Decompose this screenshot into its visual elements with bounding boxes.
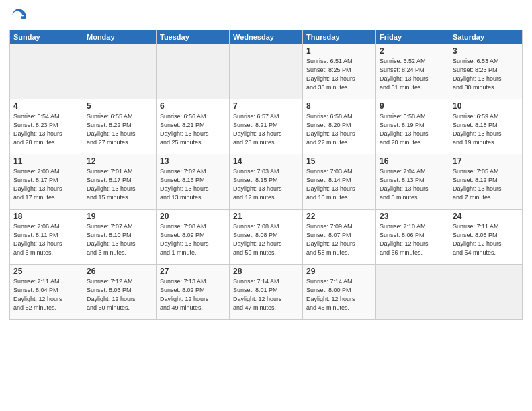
day-info: Sunrise: 7:12 AM Sunset: 8:03 PM Dayligh…	[87, 277, 152, 312]
day-info: Sunrise: 7:03 AM Sunset: 8:15 PM Dayligh…	[233, 167, 299, 202]
day-info: Sunrise: 6:57 AM Sunset: 8:21 PM Dayligh…	[233, 112, 299, 147]
day-number: 29	[306, 267, 372, 276]
col-header-sunday: Sunday	[10, 30, 83, 44]
day-number: 3	[453, 46, 519, 56]
calendar-cell: 27Sunrise: 7:13 AM Sunset: 8:02 PM Dayli…	[157, 265, 230, 320]
day-info: Sunrise: 6:52 AM Sunset: 8:24 PM Dayligh…	[380, 57, 445, 92]
day-number: 8	[306, 101, 372, 111]
calendar-cell: 7Sunrise: 6:57 AM Sunset: 8:21 PM Daylig…	[230, 99, 303, 154]
day-number: 18	[13, 212, 79, 221]
day-info: Sunrise: 6:55 AM Sunset: 8:22 PM Dayligh…	[87, 112, 152, 147]
day-number: 13	[160, 156, 226, 166]
day-number: 22	[306, 212, 372, 221]
day-info: Sunrise: 7:13 AM Sunset: 8:02 PM Dayligh…	[160, 277, 226, 312]
col-header-saturday: Saturday	[449, 30, 523, 44]
day-number: 11	[13, 156, 79, 166]
day-info: Sunrise: 7:00 AM Sunset: 8:17 PM Dayligh…	[13, 167, 79, 202]
calendar-cell: 26Sunrise: 7:12 AM Sunset: 8:03 PM Dayli…	[83, 265, 157, 320]
day-number: 28	[233, 267, 299, 276]
day-info: Sunrise: 6:58 AM Sunset: 8:20 PM Dayligh…	[306, 112, 372, 147]
calendar-cell	[230, 44, 303, 99]
day-number: 16	[380, 156, 445, 166]
day-number: 27	[160, 267, 226, 276]
day-number: 7	[233, 101, 299, 111]
col-header-thursday: Thursday	[303, 30, 376, 44]
calendar-cell: 16Sunrise: 7:04 AM Sunset: 8:13 PM Dayli…	[376, 154, 449, 210]
day-info: Sunrise: 6:59 AM Sunset: 8:18 PM Dayligh…	[453, 112, 519, 147]
day-number: 4	[13, 101, 79, 111]
calendar-cell: 2Sunrise: 6:52 AM Sunset: 8:24 PM Daylig…	[376, 44, 449, 99]
day-number: 9	[380, 101, 445, 111]
day-info: Sunrise: 6:54 AM Sunset: 8:23 PM Dayligh…	[13, 112, 79, 147]
day-info: Sunrise: 7:08 AM Sunset: 8:08 PM Dayligh…	[233, 222, 299, 257]
day-info: Sunrise: 7:01 AM Sunset: 8:17 PM Dayligh…	[87, 167, 152, 202]
day-number: 19	[87, 212, 152, 221]
day-number: 23	[380, 212, 445, 221]
day-info: Sunrise: 6:58 AM Sunset: 8:19 PM Dayligh…	[380, 112, 445, 147]
calendar-cell: 4Sunrise: 6:54 AM Sunset: 8:23 PM Daylig…	[10, 99, 83, 154]
day-info: Sunrise: 7:09 AM Sunset: 8:07 PM Dayligh…	[306, 222, 372, 257]
calendar-cell: 6Sunrise: 6:56 AM Sunset: 8:21 PM Daylig…	[157, 99, 230, 154]
col-header-wednesday: Wednesday	[230, 30, 303, 44]
day-info: Sunrise: 6:56 AM Sunset: 8:21 PM Dayligh…	[160, 112, 226, 147]
day-info: Sunrise: 7:11 AM Sunset: 8:05 PM Dayligh…	[453, 222, 519, 257]
calendar-cell: 1Sunrise: 6:51 AM Sunset: 8:25 PM Daylig…	[303, 44, 376, 99]
day-number: 1	[306, 46, 372, 56]
calendar-cell: 17Sunrise: 7:05 AM Sunset: 8:12 PM Dayli…	[449, 154, 523, 210]
calendar-cell	[449, 265, 523, 320]
day-info: Sunrise: 7:14 AM Sunset: 8:01 PM Dayligh…	[233, 277, 299, 312]
day-info: Sunrise: 7:11 AM Sunset: 8:04 PM Dayligh…	[13, 277, 79, 312]
day-number: 21	[233, 212, 299, 221]
day-info: Sunrise: 7:02 AM Sunset: 8:16 PM Dayligh…	[160, 167, 226, 202]
day-info: Sunrise: 7:07 AM Sunset: 8:10 PM Dayligh…	[87, 222, 152, 257]
logo	[9, 7, 31, 26]
calendar-cell: 28Sunrise: 7:14 AM Sunset: 8:01 PM Dayli…	[230, 265, 303, 320]
calendar-cell: 23Sunrise: 7:10 AM Sunset: 8:06 PM Dayli…	[376, 210, 449, 265]
calendar-cell: 20Sunrise: 7:08 AM Sunset: 8:09 PM Dayli…	[157, 210, 230, 265]
day-number: 10	[453, 101, 519, 111]
calendar-cell: 8Sunrise: 6:58 AM Sunset: 8:20 PM Daylig…	[303, 99, 376, 154]
calendar-cell: 13Sunrise: 7:02 AM Sunset: 8:16 PM Dayli…	[157, 154, 230, 210]
day-info: Sunrise: 6:51 AM Sunset: 8:25 PM Dayligh…	[306, 57, 372, 92]
col-header-tuesday: Tuesday	[157, 30, 230, 44]
calendar-cell: 10Sunrise: 6:59 AM Sunset: 8:18 PM Dayli…	[449, 99, 523, 154]
calendar-cell: 29Sunrise: 7:14 AM Sunset: 8:00 PM Dayli…	[303, 265, 376, 320]
day-info: Sunrise: 7:03 AM Sunset: 8:14 PM Dayligh…	[306, 167, 372, 202]
calendar-cell: 22Sunrise: 7:09 AM Sunset: 8:07 PM Dayli…	[303, 210, 376, 265]
day-info: Sunrise: 7:04 AM Sunset: 8:13 PM Dayligh…	[380, 167, 445, 202]
day-number: 25	[13, 267, 79, 276]
day-number: 12	[87, 156, 152, 166]
col-header-monday: Monday	[83, 30, 157, 44]
day-number: 14	[233, 156, 299, 166]
calendar-cell: 11Sunrise: 7:00 AM Sunset: 8:17 PM Dayli…	[10, 154, 83, 210]
calendar-cell	[10, 44, 83, 99]
day-number: 26	[87, 267, 152, 276]
page-header	[9, 7, 523, 26]
calendar-cell: 5Sunrise: 6:55 AM Sunset: 8:22 PM Daylig…	[83, 99, 157, 154]
calendar-cell: 19Sunrise: 7:07 AM Sunset: 8:10 PM Dayli…	[83, 210, 157, 265]
day-number: 15	[306, 156, 372, 166]
calendar-cell: 21Sunrise: 7:08 AM Sunset: 8:08 PM Dayli…	[230, 210, 303, 265]
day-info: Sunrise: 7:08 AM Sunset: 8:09 PM Dayligh…	[160, 222, 226, 257]
calendar-cell	[83, 44, 157, 99]
calendar-cell: 15Sunrise: 7:03 AM Sunset: 8:14 PM Dayli…	[303, 154, 376, 210]
col-header-friday: Friday	[376, 30, 449, 44]
day-info: Sunrise: 7:05 AM Sunset: 8:12 PM Dayligh…	[453, 167, 519, 202]
calendar-cell	[376, 265, 449, 320]
calendar-cell: 25Sunrise: 7:11 AM Sunset: 8:04 PM Dayli…	[10, 265, 83, 320]
calendar-cell: 12Sunrise: 7:01 AM Sunset: 8:17 PM Dayli…	[83, 154, 157, 210]
calendar-cell: 14Sunrise: 7:03 AM Sunset: 8:15 PM Dayli…	[230, 154, 303, 210]
day-number: 24	[453, 212, 519, 221]
calendar-cell: 9Sunrise: 6:58 AM Sunset: 8:19 PM Daylig…	[376, 99, 449, 154]
day-info: Sunrise: 7:14 AM Sunset: 8:00 PM Dayligh…	[306, 277, 372, 312]
day-number: 20	[160, 212, 226, 221]
day-info: Sunrise: 7:06 AM Sunset: 8:11 PM Dayligh…	[13, 222, 79, 257]
calendar-cell: 24Sunrise: 7:11 AM Sunset: 8:05 PM Dayli…	[449, 210, 523, 265]
calendar-table: SundayMondayTuesdayWednesdayThursdayFrid…	[9, 30, 523, 320]
day-number: 6	[160, 101, 226, 111]
day-number: 5	[87, 101, 152, 111]
day-number: 17	[453, 156, 519, 166]
day-info: Sunrise: 6:53 AM Sunset: 8:23 PM Dayligh…	[453, 57, 519, 92]
day-number: 2	[380, 46, 445, 56]
day-info: Sunrise: 7:10 AM Sunset: 8:06 PM Dayligh…	[380, 222, 445, 257]
